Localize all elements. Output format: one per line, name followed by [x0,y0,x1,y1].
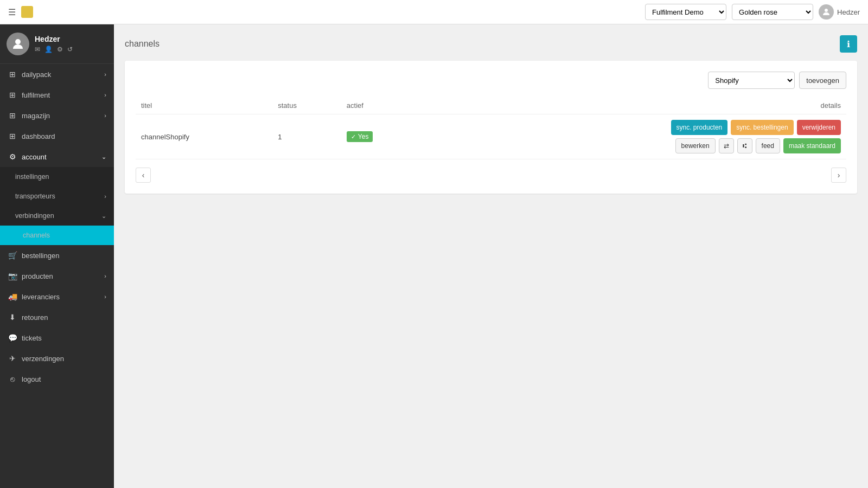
sidebar-item-verbindingen[interactable]: verbindingen ⌄ [0,206,114,226]
verwijderen-button[interactable]: verwijderen [797,120,841,135]
hamburger-icon[interactable]: ☰ [8,7,16,17]
mail-icon[interactable]: ✉ [35,46,40,53]
dashboard-icon: ⊞ [8,132,17,140]
chevron-icon: › [104,193,106,200]
sidebar-item-transporteurs[interactable]: transporteurs › [0,187,114,206]
topbar: ☰ Fulfilment Demo Golden rose Hedzer [0,0,868,24]
magazijn-icon: ⊞ [8,111,17,120]
toolbar-row: Shopify toevoegen [136,72,846,89]
action-buttons-row2: bewerken ⇄ ⑆ feed maak standaard [433,138,841,153]
channels-table: titel status actief details channelShopi… [136,97,846,159]
user-icon[interactable]: 👤 [44,46,53,53]
sidebar-item-magazijn[interactable]: ⊞ magazijn › [0,105,114,126]
col-titel: titel [136,97,272,114]
account-submenu: instellingen transporteurs › verbindinge… [0,167,114,245]
page-header: channels ℹ [125,35,857,53]
sidebar-label-fulfilment: fulfilment [22,91,50,99]
actief-badge: Yes [347,131,373,142]
topbar-logo [21,6,33,18]
company-select[interactable]: Fulfilment Demo [645,4,726,20]
topbar-user: Hedzer [819,4,860,20]
account-icon: ⚙ [8,152,17,161]
chevron-icon: › [104,92,106,98]
main-content: channels ℹ Shopify toevoegen titel statu… [114,24,868,488]
sidebar-label-tickets: tickets [22,334,42,342]
svg-point-0 [825,9,828,12]
cell-actief: Yes [341,114,427,159]
chevron-down-icon: ⌄ [101,213,106,220]
next-page-button[interactable]: › [831,168,846,183]
sidebar-item-channels[interactable]: channels [0,226,114,245]
sidebar-label-verzendingen: verzendingen [22,355,64,363]
sidebar-label-verbindingen: verbindingen [15,212,54,220]
content-card: Shopify toevoegen titel status actief de… [125,61,857,194]
dailypack-icon: ⊞ [8,70,17,79]
col-status: status [272,97,341,114]
cell-actions: sync. producten sync. bestellingen verwi… [427,114,846,159]
sidebar-label-account: account [22,153,47,161]
bestellingen-icon: 🛒 [8,251,17,260]
sidebar-item-account[interactable]: ⚙ account ⌄ [0,146,114,167]
refresh-icon[interactable]: ↺ [67,46,73,53]
sidebar: Hedzer ✉ 👤 ⚙ ↺ ⊞ dailypack › ⊞ fulfilmen… [0,24,114,488]
toevoegen-button[interactable]: toevoegen [799,72,846,89]
sidebar-label-dashboard: dashboard [22,132,55,140]
info-button[interactable]: ℹ [840,35,857,53]
cell-titel: channelShopify [136,114,272,159]
logout-icon: ⎋ [8,375,17,383]
sidebar-label-magazijn: magazijn [22,112,50,120]
topbar-username: Hedzer [837,8,860,16]
tickets-icon: 💬 [8,333,17,342]
sidebar-item-tickets[interactable]: 💬 tickets [0,328,114,348]
sidebar-label-instellingen: instellingen [15,173,49,181]
share-icon-button[interactable]: ⑆ [737,138,752,153]
sidebar-item-dashboard[interactable]: ⊞ dashboard [0,126,114,146]
maak-standaard-button[interactable]: maak standaard [783,138,841,153]
sort-icon-button[interactable]: ⇄ [719,138,734,153]
sidebar-username: Hedzer [35,35,73,43]
channel-type-select[interactable]: Shopify [708,72,795,89]
col-details: details [427,97,846,114]
pagination-row: ‹ › [136,162,846,183]
page-title: channels [125,39,159,49]
verzendingen-icon: ✈ [8,354,17,363]
sidebar-label-leveranciers: leveranciers [22,293,60,301]
cell-status: 1 [272,114,341,159]
chevron-icon: › [104,293,106,300]
fulfilment-icon: ⊞ [8,91,17,99]
topbar-avatar [819,4,834,20]
leveranciers-icon: 🚚 [8,292,17,301]
chevron-down-icon: ⌄ [101,153,106,160]
sidebar-label-transporteurs: transporteurs [15,192,55,200]
prev-page-button[interactable]: ‹ [136,168,151,183]
sidebar-label-producten: producten [22,272,53,280]
col-actief: actief [341,97,427,114]
sidebar-user-section: Hedzer ✉ 👤 ⚙ ↺ [0,24,114,64]
bewerken-button[interactable]: bewerken [675,138,716,153]
sidebar-label-channels: channels [23,232,50,239]
sidebar-item-instellingen[interactable]: instellingen [0,167,114,187]
sidebar-item-leveranciers[interactable]: 🚚 leveranciers › [0,286,114,307]
sidebar-label-bestellingen: bestellingen [22,252,59,260]
sidebar-label-retouren: retouren [22,313,48,322]
sidebar-item-producten[interactable]: 📷 producten › [0,266,114,286]
sidebar-item-retouren[interactable]: ⬇ retouren [0,307,114,328]
sidebar-item-logout[interactable]: ⎋ logout [0,369,114,389]
sidebar-item-fulfilment[interactable]: ⊞ fulfilment › [0,85,114,105]
table-row: channelShopify 1 Yes sync. producten syn… [136,114,846,159]
feed-button[interactable]: feed [756,138,780,153]
sidebar-label-dailypack: dailypack [22,70,51,79]
sidebar-item-verzendingen[interactable]: ✈ verzendingen [0,348,114,369]
chevron-icon: › [104,71,106,78]
sidebar-label-logout: logout [22,375,41,383]
sidebar-item-dailypack[interactable]: ⊞ dailypack › [0,64,114,85]
sidebar-item-bestellingen[interactable]: 🛒 bestellingen [0,245,114,266]
sync-bestellingen-button[interactable]: sync. bestellingen [731,120,793,135]
action-buttons: sync. producten sync. bestellingen verwi… [433,120,841,135]
sync-producten-button[interactable]: sync. producten [671,120,728,135]
settings-icon[interactable]: ⚙ [57,46,63,53]
svg-point-1 [15,39,21,44]
store-select[interactable]: Golden rose [732,4,813,20]
chevron-icon: › [104,112,106,119]
sidebar-avatar [7,33,29,55]
